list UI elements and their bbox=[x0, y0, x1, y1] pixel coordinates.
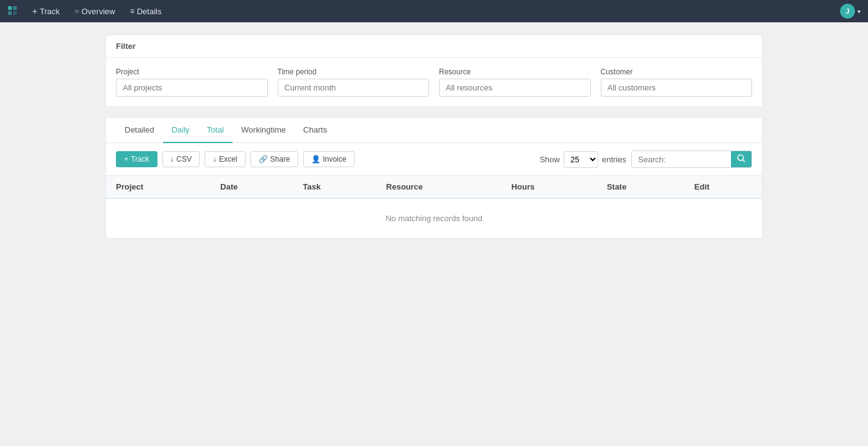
list-icon: ≡ bbox=[130, 7, 135, 15]
nav-details-label: Details bbox=[137, 7, 162, 16]
tab-total[interactable]: Total bbox=[198, 118, 232, 143]
filter-header: Filter bbox=[106, 35, 762, 58]
main-content: Filter Project Time period Resource Cust… bbox=[93, 22, 775, 251]
filter-timeperiod-input[interactable] bbox=[278, 79, 430, 97]
plus-icon: + bbox=[32, 6, 37, 16]
entries-select[interactable]: 25 10 50 100 bbox=[564, 151, 598, 168]
nav-track[interactable]: + Track bbox=[26, 4, 66, 19]
invoice-button[interactable]: 👤 Invoice bbox=[303, 151, 355, 167]
tabs-header: Detailed Daily Total Workingtime Charts bbox=[106, 118, 762, 143]
share-button[interactable]: 🔗 Share bbox=[250, 151, 298, 167]
table-container: Project Date Task Resource Hours State E… bbox=[106, 176, 762, 238]
app-logo bbox=[7, 6, 19, 17]
search-input[interactable] bbox=[632, 152, 731, 167]
filter-resource-group: Resource bbox=[439, 68, 591, 97]
invoice-icon: 👤 bbox=[311, 155, 321, 164]
show-group: Show 25 10 50 100 entries bbox=[539, 151, 626, 168]
svg-rect-3 bbox=[13, 11, 17, 15]
circle-icon: ○ bbox=[74, 7, 79, 15]
col-edit: Edit bbox=[684, 176, 762, 198]
svg-rect-2 bbox=[8, 11, 12, 15]
filter-resource-input[interactable] bbox=[439, 79, 591, 97]
search-button[interactable] bbox=[731, 151, 751, 167]
tabs-card: Detailed Daily Total Workingtime Charts … bbox=[105, 117, 763, 239]
user-avatar: J bbox=[840, 4, 855, 19]
filter-customer-group: Customer bbox=[601, 68, 753, 97]
filter-project-group: Project bbox=[116, 68, 268, 97]
nav-track-label: Track bbox=[40, 7, 60, 16]
no-records-message: No matching records found bbox=[106, 198, 762, 238]
col-hours: Hours bbox=[502, 176, 597, 198]
toolbar: + Track ↓ CSV ↓ Excel 🔗 Share 👤 Invoice bbox=[106, 143, 762, 176]
col-project: Project bbox=[106, 176, 210, 198]
track-button[interactable]: + Track bbox=[116, 151, 157, 167]
download-csv-icon: ↓ bbox=[170, 155, 174, 164]
nav-overview[interactable]: ○ Overview bbox=[68, 4, 121, 19]
download-excel-icon: ↓ bbox=[213, 155, 216, 164]
tab-detailed[interactable]: Detailed bbox=[116, 118, 163, 143]
filter-resource-label: Resource bbox=[439, 68, 591, 76]
user-menu[interactable]: J ▾ bbox=[840, 4, 861, 19]
csv-button[interactable]: ↓ CSV bbox=[162, 151, 200, 167]
col-date: Date bbox=[210, 176, 293, 198]
no-records-row: No matching records found bbox=[106, 198, 762, 238]
share-icon: 🔗 bbox=[259, 155, 268, 164]
table-header-row: Project Date Task Resource Hours State E… bbox=[106, 176, 762, 198]
tab-workingtime[interactable]: Workingtime bbox=[232, 118, 294, 143]
filter-customer-label: Customer bbox=[601, 68, 753, 76]
svg-rect-0 bbox=[8, 6, 12, 10]
search-icon bbox=[737, 154, 745, 164]
top-navigation: + Track ○ Overview ≡ Details J ▾ bbox=[0, 0, 868, 22]
col-state: State bbox=[597, 176, 684, 198]
excel-button[interactable]: ↓ Excel bbox=[205, 151, 245, 167]
chevron-down-icon: ▾ bbox=[857, 8, 861, 15]
tab-daily[interactable]: Daily bbox=[163, 118, 198, 143]
filter-project-label: Project bbox=[116, 68, 268, 76]
filter-body: Project Time period Resource Customer bbox=[106, 58, 762, 107]
entries-label: entries bbox=[602, 155, 626, 164]
nav-overview-label: Overview bbox=[81, 7, 115, 16]
svg-rect-1 bbox=[13, 6, 17, 10]
filter-timeperiod-label: Time period bbox=[278, 68, 430, 76]
filter-timeperiod-group: Time period bbox=[278, 68, 430, 97]
filter-customer-input[interactable] bbox=[601, 79, 753, 97]
nav-details[interactable]: ≡ Details bbox=[124, 4, 168, 19]
tab-charts[interactable]: Charts bbox=[294, 118, 335, 143]
col-resource: Resource bbox=[376, 176, 502, 198]
show-label: Show bbox=[539, 155, 560, 164]
filter-project-input[interactable] bbox=[116, 79, 268, 97]
col-task: Task bbox=[293, 176, 376, 198]
filter-card: Filter Project Time period Resource Cust… bbox=[105, 35, 763, 107]
search-group bbox=[631, 151, 752, 168]
svg-line-5 bbox=[743, 160, 745, 162]
plus-track-icon: + bbox=[124, 155, 128, 164]
records-table: Project Date Task Resource Hours State E… bbox=[106, 176, 762, 238]
